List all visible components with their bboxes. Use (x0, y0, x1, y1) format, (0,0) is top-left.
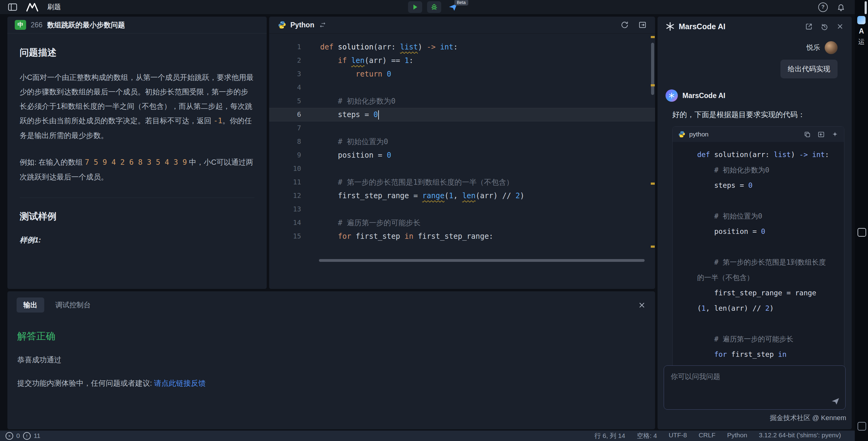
code-token (697, 335, 714, 343)
code-token: position = (697, 227, 761, 235)
code-token (808, 151, 812, 159)
code-line[interactable]: for first_step in (678, 347, 838, 362)
code-line[interactable]: position = 0 (678, 224, 838, 239)
notifications-bell-icon[interactable] (837, 3, 845, 11)
app-title[interactable]: 刷题 (47, 2, 61, 12)
code-line[interactable]: 11 # 第一步的步长范围是1到数组长度的一半（不包含） (269, 176, 655, 189)
problem-example: 例如: 在输入的数组 7 5 9 4 2 6 8 3 5 4 3 9 中，小C可… (20, 155, 254, 184)
marscode-logo-icon[interactable] (26, 2, 39, 12)
code-token: 0 (387, 70, 391, 78)
code-line[interactable]: # 第一步的步长范围是1到数组长度 (678, 254, 838, 270)
debug-button[interactable] (427, 1, 441, 13)
code-line[interactable]: 10 (269, 162, 655, 176)
code-text (678, 193, 702, 208)
tab-output[interactable]: 输出 (17, 297, 44, 313)
sparkle-icon[interactable] (831, 131, 838, 138)
close-ai-panel-icon[interactable] (836, 23, 844, 30)
editor-horizontal-scrollbar[interactable] (319, 259, 645, 262)
code-token: ) (520, 191, 524, 200)
code-line[interactable]: # 初始化步数为0 (678, 162, 838, 178)
compare-layout-icon[interactable] (639, 21, 647, 29)
chat-input[interactable] (664, 366, 845, 395)
code-block-actions (804, 131, 838, 138)
code-line[interactable]: # 遍历第一步的可能步长 (678, 331, 838, 347)
strip-tool-icon[interactable] (858, 228, 866, 237)
status-item[interactable]: 空格: 4 (637, 432, 657, 440)
reset-code-icon[interactable] (621, 21, 629, 29)
code-line[interactable]: 1def solution(arr: list) -> int: (269, 40, 655, 54)
extension-app-icon[interactable] (857, 16, 866, 24)
code-token: # 遍历第一步的可能步长 (338, 219, 421, 227)
code-line[interactable]: (1, len(arr) // 2) (678, 301, 838, 316)
code-token: len (462, 191, 475, 200)
problems-indicator[interactable]: × 0 ! 11 (5, 432, 40, 440)
code-line[interactable] (678, 193, 838, 208)
errors-icon: × (5, 432, 13, 440)
user-avatar[interactable] (825, 41, 838, 54)
code-line[interactable]: 15 for first_step in first_step_range: (269, 229, 655, 243)
extension-letter[interactable]: A (855, 27, 868, 35)
submit-button[interactable]: Beta (446, 1, 460, 13)
code-line[interactable]: 2 if len(arr) == 1: (269, 54, 655, 67)
open-external-icon[interactable] (805, 23, 813, 30)
feedback-link[interactable]: 请点此链接反馈 (154, 379, 206, 387)
line-number: 9 (269, 149, 301, 162)
code-line[interactable]: 7 (269, 121, 655, 135)
status-item[interactable]: Python (727, 432, 747, 440)
send-message-icon[interactable] (831, 397, 840, 406)
code-token: def (320, 43, 333, 51)
code-line[interactable]: first_step_range = range (678, 285, 838, 301)
code-token: # 初始位置为0 (714, 212, 762, 220)
code-line[interactable]: 13 (269, 202, 655, 216)
ai-code[interactable]: def solution(arr: list) -> int: # 初始化步数为… (673, 142, 844, 398)
code-line[interactable]: 12 first_step_range = range(1, len(arr) … (269, 189, 655, 202)
code-line[interactable]: 4 (269, 81, 655, 94)
sidebar-toggle-icon[interactable] (8, 3, 17, 11)
code-line[interactable]: 14 # 遍历第一步的可能步长 (269, 216, 655, 229)
line-number: 14 (269, 216, 301, 229)
code-token (320, 232, 338, 241)
tab-debug-console[interactable]: 调试控制台 (55, 300, 91, 310)
difficulty-badge: 中 (15, 20, 26, 30)
code-line[interactable]: 5 # 初始化步数为0 (269, 94, 655, 108)
editor-vertical-scrollbar[interactable] (651, 43, 654, 95)
history-icon[interactable] (821, 23, 828, 30)
code-token: ) (769, 304, 774, 312)
status-item[interactable]: UTF-8 (669, 432, 687, 440)
code-token: 的一半（不包含） (697, 274, 754, 282)
code-token: # 第一步的步长范围是1到数组长度 (714, 258, 826, 266)
page-scrollbar[interactable] (865, 1, 867, 14)
code-token: (arr) // (476, 191, 516, 200)
code-line[interactable]: 3 return 0 (269, 67, 655, 81)
code-token: , (454, 191, 462, 200)
code-line[interactable]: 的一半（不包含） (678, 270, 838, 285)
run-button[interactable] (408, 1, 422, 13)
sample-1-label: 样例1: (20, 235, 254, 245)
code-line[interactable] (678, 316, 838, 331)
switch-language-icon[interactable] (319, 22, 326, 28)
help-icon[interactable]: ? (818, 2, 828, 12)
language-tab[interactable]: Python (278, 21, 314, 29)
strip-bottom-icon[interactable] (858, 422, 866, 431)
editor-panel: Python 1def solution(arr: list) -> int:2… (269, 17, 655, 289)
copy-code-icon[interactable] (804, 131, 811, 138)
code-line[interactable]: 6 steps = 0 (269, 108, 655, 121)
problem-panel: 中 266 数组跳跃的最小步数问题 问题描述 小C面对一个由正整数构成的数组，从… (7, 17, 267, 289)
code-line[interactable]: # 初始位置为0 (678, 208, 838, 224)
close-output-icon[interactable] (638, 301, 646, 309)
code-line[interactable]: 9 position = 0 (269, 149, 655, 162)
extension-label[interactable]: 运 (855, 37, 868, 46)
code-line[interactable]: 8 # 初始位置为0 (269, 135, 655, 149)
code-line[interactable]: def solution(arr: list) -> int: (678, 147, 838, 162)
code-token (320, 219, 338, 227)
code-line[interactable] (678, 239, 838, 254)
status-item[interactable]: CRLF (699, 432, 716, 440)
code-editor[interactable]: 1def solution(arr: list) -> int:2 if len… (269, 33, 655, 243)
status-item[interactable]: 3.12.2 64-bit ('shims': pyenv) (759, 432, 841, 440)
status-item[interactable]: 行 6, 列 14 (594, 432, 625, 440)
code-token: len (351, 56, 364, 65)
insert-code-icon[interactable] (817, 131, 825, 138)
line-number: 1 (269, 40, 301, 54)
code-text: first_step_range = range (678, 285, 816, 301)
code-line[interactable]: steps = 0 (678, 178, 838, 193)
